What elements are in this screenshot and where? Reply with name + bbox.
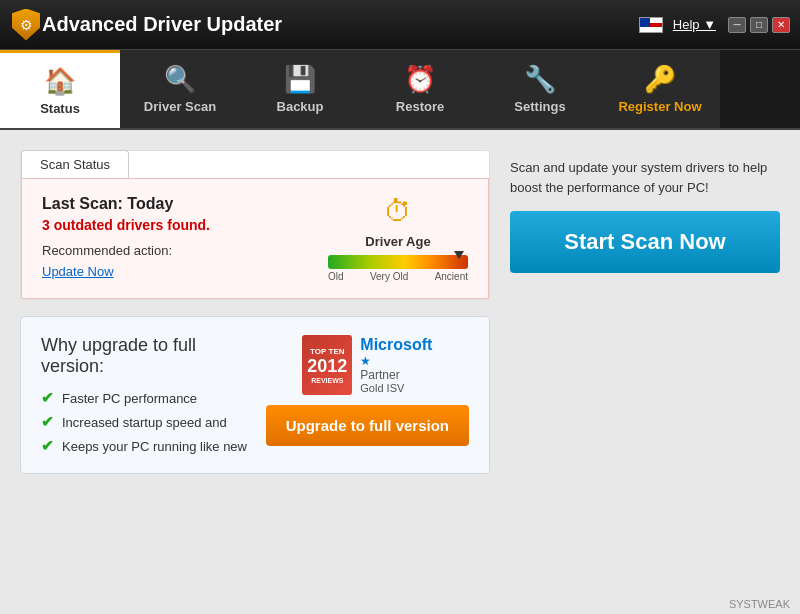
- left-panel: Scan Status Last Scan: Today 3 outdated …: [20, 150, 490, 594]
- app-title: Advanced Driver Updater: [42, 13, 639, 36]
- last-scan-label: Last Scan: Today: [42, 195, 308, 213]
- upgrade-right: TOP TEN 2012 REVIEWS Microsoft ★ Partner…: [266, 335, 469, 446]
- tab-settings-label: Settings: [514, 99, 565, 114]
- award-badge: TOP TEN 2012 REVIEWS: [302, 335, 352, 395]
- help-button[interactable]: Help ▼: [673, 17, 716, 32]
- tab-settings[interactable]: 🔧 Settings: [480, 50, 600, 128]
- upgrade-feature-3-text: Keeps your PC running like new: [62, 439, 247, 454]
- tab-register[interactable]: 🔑 Register Now: [600, 50, 720, 128]
- start-scan-button[interactable]: Start Scan Now: [510, 211, 780, 273]
- tab-status-label: Status: [40, 101, 80, 116]
- tab-driver-scan[interactable]: 🔍 Driver Scan: [120, 50, 240, 128]
- upgrade-feature-1: ✔ Faster PC performance: [41, 389, 250, 407]
- upgrade-feature-2-text: Increased startup speed and: [62, 415, 227, 430]
- systweak-footer: SYSTWEAK: [729, 598, 790, 610]
- badge-top-text: TOP TEN: [310, 347, 344, 356]
- upgrade-section: Why upgrade to full version: ✔ Faster PC…: [20, 316, 490, 474]
- flag-icon: [639, 17, 663, 33]
- upgrade-text: Why upgrade to full version: ✔ Faster PC…: [41, 335, 250, 455]
- tab-backup-label: Backup: [277, 99, 324, 114]
- scan-info: Last Scan: Today 3 outdated drivers foun…: [42, 195, 308, 280]
- shield-gear-icon: ⚙: [20, 17, 33, 33]
- age-bar-container: Old Very Old Ancient: [328, 255, 468, 282]
- badge-sub-text: REVIEWS: [311, 377, 343, 384]
- maximize-button[interactable]: □: [750, 17, 768, 33]
- tab-register-label: Register Now: [618, 99, 701, 114]
- tab-status[interactable]: 🏠 Status: [0, 50, 120, 128]
- microsoft-name: Microsoft: [360, 336, 432, 354]
- ms-star-icon: ★: [360, 354, 432, 368]
- scan-status-body: Last Scan: Today 3 outdated drivers foun…: [21, 178, 489, 299]
- search-icon: 🔍: [164, 64, 196, 95]
- title-controls: Help ▼ ─ □ ✕: [639, 17, 790, 33]
- title-bar: ⚙ Advanced Driver Updater Help ▼ ─ □ ✕: [0, 0, 800, 50]
- main-content: Scan Status Last Scan: Today 3 outdated …: [0, 130, 800, 614]
- scan-status-card: Scan Status Last Scan: Today 3 outdated …: [20, 150, 490, 300]
- scan-status-tab: Scan Status: [21, 150, 129, 178]
- upgrade-button[interactable]: Upgrade to full version: [266, 405, 469, 446]
- nav-bar: 🏠 Status 🔍 Driver Scan 💾 Backup ⏰ Restor…: [0, 50, 800, 130]
- ms-partner-label: Partner: [360, 368, 432, 382]
- check-icon-3: ✔: [41, 437, 54, 455]
- settings-icon: 🔧: [524, 64, 556, 95]
- check-icon-2: ✔: [41, 413, 54, 431]
- right-panel: Scan and update your system drivers to h…: [510, 150, 780, 594]
- age-label-very-old: Very Old: [370, 271, 408, 282]
- badge-year: 2012: [307, 356, 347, 377]
- register-icon: 🔑: [644, 64, 676, 95]
- update-now-link[interactable]: Update Now: [42, 264, 114, 279]
- tab-restore[interactable]: ⏰ Restore: [360, 50, 480, 128]
- app-logo: ⚙: [10, 9, 42, 41]
- home-icon: 🏠: [44, 66, 76, 97]
- tab-restore-label: Restore: [396, 99, 444, 114]
- age-bar: [328, 255, 468, 269]
- ms-badge: TOP TEN 2012 REVIEWS Microsoft ★ Partner…: [302, 335, 432, 395]
- tab-backup[interactable]: 💾 Backup: [240, 50, 360, 128]
- driver-age-label: Driver Age: [365, 234, 430, 249]
- ms-gold-label: Gold ISV: [360, 382, 432, 394]
- upgrade-title: Why upgrade to full version:: [41, 335, 250, 377]
- brand-label: SYSTWEAK: [729, 598, 790, 610]
- outdated-count: 3 outdated drivers found.: [42, 217, 308, 233]
- age-bar-labels: Old Very Old Ancient: [328, 271, 468, 282]
- upgrade-feature-3: ✔ Keeps your PC running like new: [41, 437, 250, 455]
- ms-partner-text: Microsoft ★ Partner Gold ISV: [360, 336, 432, 394]
- backup-icon: 💾: [284, 64, 316, 95]
- scan-description: Scan and update your system drivers to h…: [510, 158, 780, 197]
- recommended-label: Recommended action:: [42, 243, 308, 258]
- check-icon-1: ✔: [41, 389, 54, 407]
- age-label-ancient: Ancient: [435, 271, 468, 282]
- driver-age-section: ⏱ Driver Age Old Very Old Ancient: [328, 195, 468, 282]
- close-button[interactable]: ✕: [772, 17, 790, 33]
- age-arrow-indicator: [454, 251, 464, 259]
- upgrade-feature-list: ✔ Faster PC performance ✔ Increased star…: [41, 389, 250, 455]
- upgrade-feature-2: ✔ Increased startup speed and: [41, 413, 250, 431]
- tab-driver-scan-label: Driver Scan: [144, 99, 216, 114]
- age-label-old: Old: [328, 271, 344, 282]
- minimize-button[interactable]: ─: [728, 17, 746, 33]
- restore-icon: ⏰: [404, 64, 436, 95]
- clock-icon: ⏱: [384, 195, 412, 228]
- upgrade-feature-1-text: Faster PC performance: [62, 391, 197, 406]
